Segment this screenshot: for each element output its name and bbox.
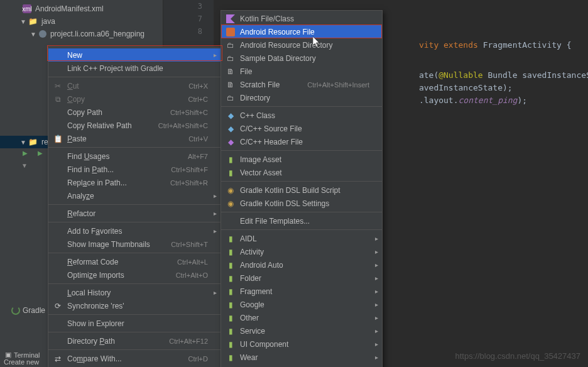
menu-cut[interactable]: ✂ Cut Ctrl+X	[48, 79, 220, 92]
status-bar-text: Create new	[4, 358, 39, 366]
caret-icon: ▼	[20, 18, 26, 25]
menu-compare-with[interactable]: ⇄ Compare With... Ctrl+D	[48, 352, 220, 365]
menu-cpp-source[interactable]: ◆ C/C++ Source File	[221, 122, 382, 135]
cpp-source-icon: ◆	[225, 124, 236, 133]
menu-service[interactable]: ▮ Service	[221, 324, 382, 337]
android-icon: ▮	[225, 300, 236, 309]
android-icon: ▮	[225, 274, 236, 283]
menu-separator	[48, 204, 220, 205]
menu-local-history[interactable]: Local History	[48, 286, 220, 299]
menu-ui-component[interactable]: ▮ UI Component	[221, 337, 382, 351]
menu-separator	[48, 283, 220, 284]
menu-separator	[48, 253, 220, 253]
menu-kotlin-file[interactable]: Kotlin File/Class	[221, 12, 382, 25]
menu-synchronize[interactable]: ⟳ Synchronize 'res'	[48, 299, 220, 312]
tree-label: AndroidManifest.xml	[35, 4, 104, 13]
svg-rect-1	[226, 28, 235, 36]
svg-marker-0	[226, 14, 235, 23]
gradle-label: Gradle	[23, 306, 45, 315]
menu-separator	[48, 147, 220, 148]
tree-item-package[interactable]: ▼ project.li.com.a06_hengping	[0, 28, 163, 40]
diff-icon: ⇄	[52, 354, 63, 363]
scratch-icon: 🗎	[225, 80, 236, 89]
folder-icon: 🗀	[225, 41, 236, 50]
menu-show-explorer[interactable]: Show in Explorer	[48, 317, 220, 330]
context-menu[interactable]: New Link C++ Project with Gradle ✂ Cut C…	[48, 47, 221, 367]
gradle-icon: ◉	[225, 199, 236, 208]
android-icon: ▮	[225, 353, 236, 362]
android-icon: ▮	[225, 327, 236, 336]
menu-copy[interactable]: ⧉ Copy Ctrl+C	[48, 92, 220, 106]
menu-fragment[interactable]: ▮ Fragment	[221, 285, 382, 298]
menu-vector-asset[interactable]: ▮ Vector Asset	[221, 166, 382, 179]
menu-other[interactable]: ▮ Other	[221, 311, 382, 324]
menu-directory-path[interactable]: Directory Path Ctrl+Alt+F12	[48, 334, 220, 348]
menu-separator	[221, 229, 382, 230]
menu-file[interactable]: 🗎 File	[221, 65, 382, 78]
menu-new[interactable]: New	[48, 48, 220, 62]
android-icon: ▮	[225, 168, 236, 177]
menu-separator	[221, 212, 382, 212]
menu-cpp-class[interactable]: ◆ C++ Class	[221, 109, 382, 122]
menu-separator	[221, 106, 382, 107]
tree-label: java	[41, 17, 55, 26]
menu-gkdsl-settings[interactable]: ◉ Gradle Kotlin DSL Settings	[221, 197, 382, 210]
menu-separator	[48, 349, 220, 350]
android-icon: ▮	[225, 314, 236, 322]
menu-separator	[48, 314, 220, 315]
folder-icon: 🗀	[225, 54, 236, 63]
menu-favorites[interactable]: Add to Favorites	[48, 224, 220, 238]
menu-android-resource-file[interactable]: Android Resource File	[221, 25, 382, 38]
new-submenu[interactable]: Kotlin File/Class Android Resource File …	[220, 10, 383, 367]
menu-activity[interactable]: ▮ Activity	[221, 245, 382, 258]
android-icon: ▮	[225, 261, 236, 270]
menu-wear[interactable]: ▮ Wear	[221, 351, 382, 364]
watermark-text: https://blog.csdn.net/qq_35427437	[455, 351, 581, 361]
gutter-line: 7	[163, 13, 214, 25]
menu-scratch-file[interactable]: 🗎 Scratch File Ctrl+Alt+Shift+Insert	[221, 78, 382, 91]
menu-cpp-header[interactable]: ◆ C/C++ Header File	[221, 135, 382, 148]
menu-paste[interactable]: 📋 Paste Ctrl+V	[48, 132, 220, 145]
menu-link-cpp[interactable]: Link C++ Project with Gradle	[48, 62, 220, 75]
menu-gkdsl-build[interactable]: ◉ Gradle Kotlin DSL Build Script	[221, 184, 382, 197]
android-icon: ▮	[225, 340, 236, 349]
menu-separator	[48, 332, 220, 332]
menu-analyze[interactable]: Analyze	[48, 189, 220, 202]
menu-aidl[interactable]: ▮ AIDL	[221, 232, 382, 245]
menu-copy-path[interactable]: Copy Path Ctrl+Shift+C	[48, 106, 220, 119]
tree-label: project.li.com.a06_hengping	[50, 30, 144, 38]
menu-sample-data-dir[interactable]: 🗀 Sample Data Directory	[221, 52, 382, 65]
gutter-line: 3	[163, 0, 214, 13]
tree-item-java[interactable]: ▼ java	[0, 15, 163, 28]
menu-android-resource-dir[interactable]: 🗀 Android Resource Directory	[221, 38, 382, 52]
gradle-icon: ◉	[225, 186, 236, 195]
menu-google[interactable]: ▮ Google	[221, 298, 382, 311]
menu-find-usages[interactable]: Find Usages Alt+F7	[48, 150, 220, 163]
menu-folder[interactable]: ▮ Folder	[221, 271, 382, 285]
menu-find-in-path[interactable]: Find in Path... Ctrl+Shift+F	[48, 163, 220, 176]
menu-copy-rel-path[interactable]: Copy Relative Path Ctrl+Alt+Shift+C	[48, 119, 220, 132]
gutter-line: 8	[163, 25, 214, 38]
menu-thumbnails[interactable]: Show Image Thumbnails Ctrl+Shift+T	[48, 238, 220, 251]
caret-icon[interactable]: ▼	[21, 162, 28, 169]
menu-separator	[48, 222, 220, 222]
menu-edit-templates[interactable]: Edit File Templates...	[221, 214, 382, 227]
paste-icon: 📋	[52, 134, 63, 143]
menu-replace-in-path[interactable]: Replace in Path... Ctrl+Shift+R	[48, 176, 220, 189]
menu-reformat[interactable]: Reformat Code Ctrl+Alt+L	[48, 255, 220, 268]
menu-optimize-imports[interactable]: Optimize Imports Ctrl+Alt+O	[48, 268, 220, 282]
menu-image-asset[interactable]: ▮ Image Asset	[221, 153, 382, 166]
menu-separator	[48, 77, 220, 77]
caret-icon: ▼	[20, 139, 26, 146]
android-icon: ▮	[225, 248, 236, 256]
terminal-label: Terminal	[14, 351, 40, 359]
menu-android-auto[interactable]: ▮ Android Auto	[221, 258, 382, 271]
menu-refactor[interactable]: Refactor	[48, 207, 220, 220]
gradle-sync-indicator: Gradle	[11, 306, 45, 315]
tree-item-manifest[interactable]: xml AndroidManifest.xml	[0, 3, 163, 15]
menu-widget[interactable]: ▮ Widget	[221, 364, 382, 367]
menu-separator	[221, 150, 382, 151]
xml-file-icon	[225, 28, 236, 36]
menu-directory[interactable]: 🗀 Directory	[221, 91, 382, 104]
folder-icon: 🗀	[225, 94, 236, 102]
